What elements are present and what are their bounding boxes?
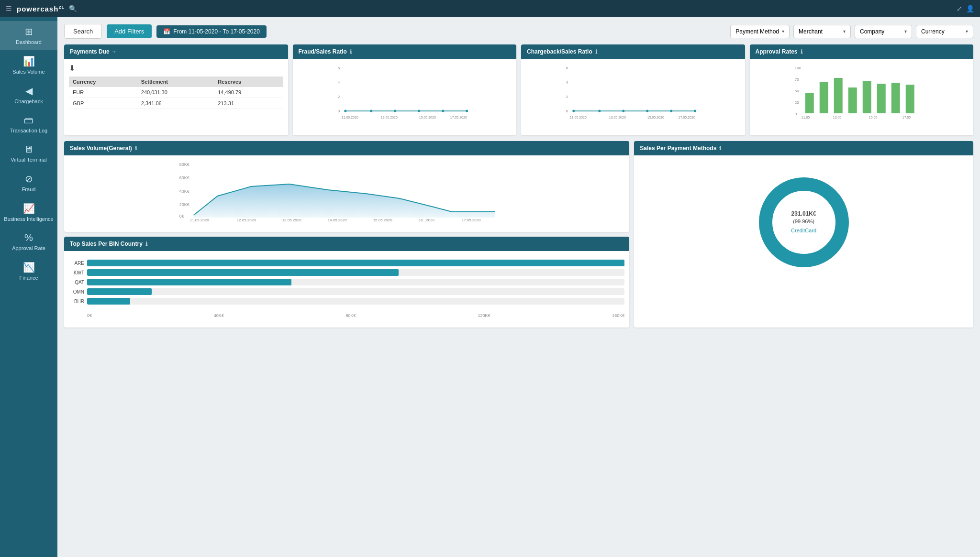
svg-text:12.05.2020: 12.05.2020: [237, 218, 256, 222]
chargeback-sales-title: Chargeback/Sales Ratio: [527, 48, 592, 55]
date-range[interactable]: 📅 From 11-05-2020 - To 17-05-2020: [156, 25, 267, 38]
fraud-sales-card: Fraud/Sales Ratio ℹ 6 4 2 0: [293, 44, 517, 135]
svg-text:0: 0: [566, 109, 568, 113]
svg-text:6: 6: [566, 66, 568, 70]
download-icon[interactable]: ⬇: [69, 64, 75, 72]
fraud-sales-body: 6 4 2 0 11.05.2020 13.05.2020: [293, 59, 517, 135]
sidebar-item-virtual-terminal[interactable]: 🖥 Virtual Terminal: [0, 139, 57, 167]
search-icon[interactable]: 🔍: [69, 5, 77, 12]
approval-rates-card: Approval Rates ℹ 100 75 50 25 0: [750, 44, 974, 135]
merchant-dropdown[interactable]: Merchant ▾: [793, 25, 851, 38]
chevron-down-icon: ▾: [843, 29, 846, 34]
add-filters-button[interactable]: Add Filters: [107, 24, 152, 38]
sales-volume-body: 80K€ 60K€ 40K€ 20K€ 0€: [64, 155, 629, 232]
sidebar-item-fraud[interactable]: ⊘ Fraud: [0, 168, 57, 197]
table-row: GBP2,341.06213.31: [69, 98, 283, 109]
payments-due-header: Payments Due →: [64, 44, 288, 59]
sidebar: ⊞ Dashboard 📊 Sales Volume ◀ Chargeback …: [0, 17, 57, 557]
bar-container: [87, 279, 624, 285]
payments-due-card: Payments Due → ⬇ Currency Settlement Res…: [64, 44, 288, 135]
approval-rates-header: Approval Rates ℹ: [750, 44, 974, 59]
top-sales-card: Top Sales Per BIN Country ℹ AREKWTQATOMN…: [64, 237, 629, 328]
sidebar-item-sales-volume[interactable]: 📊 Sales Volume: [0, 51, 57, 79]
info-icon[interactable]: ℹ: [595, 49, 597, 55]
topbar-expand-icon[interactable]: ⤢: [957, 5, 962, 12]
logo: powercash21: [17, 5, 64, 13]
fraud-sales-title: Fraud/Sales Ratio: [299, 48, 347, 55]
payment-method-dropdown[interactable]: Payment Method ▾: [730, 25, 790, 38]
chevron-down-icon: ▾: [966, 29, 968, 34]
search-button[interactable]: Search: [64, 24, 102, 39]
chargeback-sales-body: 6 4 2 0 11.05.2020 13.05.2020: [521, 59, 745, 135]
svg-point-22: [622, 110, 624, 112]
info-icon[interactable]: ℹ: [801, 49, 802, 55]
svg-text:11.05.2020: 11.05.2020: [190, 218, 210, 222]
x-label-160k: 160K€: [612, 313, 624, 318]
toolbar-row: Search Add Filters 📅 From 11-05-2020 - T…: [64, 24, 973, 39]
sidebar-label-transaction-log: Transaction Log: [10, 128, 47, 133]
svg-point-5: [344, 110, 346, 112]
virtual-terminal-icon: 🖥: [24, 144, 33, 155]
bar-chart-area: AREKWTQATOMNBHR: [69, 256, 624, 311]
donut-container: 231.01K€ (99.96%) CreditCard: [751, 175, 857, 270]
chargeback-sales-chart: 6 4 2 0 11.05.2020 13.05.2020: [526, 64, 740, 121]
svg-text:15.05.2020: 15.05.2020: [373, 218, 393, 222]
transaction-log-icon: 🗃: [24, 115, 33, 126]
currency-label: Currency: [921, 28, 945, 35]
svg-text:13.05.2020: 13.05.2020: [282, 218, 302, 222]
bar-container: [87, 298, 624, 305]
svg-text:20K€: 20K€: [179, 202, 189, 207]
svg-text:17.05: 17.05: [902, 116, 911, 119]
filter-dropdowns: Payment Method ▾ Merchant ▾ Company ▾ Cu…: [730, 25, 973, 38]
sidebar-item-chargeback[interactable]: ◀ Chargeback: [0, 80, 57, 109]
sidebar-label-approval-rate: Approval Rate: [12, 245, 45, 251]
info-icon[interactable]: ℹ: [719, 145, 721, 152]
sidebar-item-finance[interactable]: 📉 Finance: [0, 257, 57, 285]
svg-text:13.05.2020: 13.05.2020: [380, 116, 397, 119]
bar-container: [87, 260, 624, 266]
svg-text:0€: 0€: [179, 214, 184, 218]
svg-point-10: [466, 110, 468, 112]
currency-dropdown[interactable]: Currency ▾: [916, 25, 973, 38]
donut-method: CreditCard: [791, 227, 816, 234]
approval-rates-body: 100 75 50 25 0 11.05: [750, 59, 974, 135]
company-dropdown[interactable]: Company ▾: [855, 25, 912, 38]
col-settlement: Settlement: [137, 76, 214, 87]
svg-text:50: 50: [794, 89, 799, 93]
svg-point-6: [370, 110, 372, 112]
chevron-down-icon: ▾: [782, 29, 784, 34]
payment-method-label: Payment Method: [735, 28, 779, 35]
fraud-sales-chart: 6 4 2 0 11.05.2020 13.05.2020: [298, 64, 512, 121]
sidebar-item-approval-rate[interactable]: % Approval Rate: [0, 228, 57, 256]
sales-volume-header: Sales Volume(General) ℹ: [64, 141, 629, 155]
svg-rect-36: [819, 82, 828, 113]
approval-rate-icon: %: [24, 232, 33, 243]
top-sales-body: AREKWTQATOMNBHR 0€ 40K€ 80K€ 120K€ 160K€: [64, 251, 629, 328]
x-label-80k: 80K€: [346, 313, 356, 318]
bar-row: QAT: [69, 279, 624, 285]
topbar-right: ⤢ 👤: [957, 5, 974, 12]
bar-label: KWT: [69, 270, 84, 275]
content: Search Add Filters 📅 From 11-05-2020 - T…: [57, 17, 980, 557]
bar-row: OMN: [69, 288, 624, 295]
approval-rates-chart: 100 75 50 25 0 11.05: [755, 64, 969, 121]
info-icon[interactable]: ℹ: [350, 49, 352, 55]
svg-text:17.05.2020: 17.05.2020: [450, 116, 467, 119]
approval-rates-title: Approval Rates: [756, 48, 798, 55]
info-icon[interactable]: ℹ: [145, 241, 147, 247]
info-icon[interactable]: ℹ: [135, 145, 137, 152]
sidebar-item-business-intelligence[interactable]: 📈 Business Intelligence: [0, 198, 57, 227]
cards-row: Payments Due → ⬇ Currency Settlement Res…: [64, 44, 973, 135]
svg-point-9: [442, 110, 444, 112]
date-range-text: From 11-05-2020 - To 17-05-2020: [173, 28, 260, 35]
topbar-user-icon[interactable]: 👤: [966, 5, 974, 12]
x-label-0: 0€: [87, 313, 92, 318]
donut-pct: (99.96%): [791, 218, 816, 225]
chargeback-sales-card: Chargeback/Sales Ratio ℹ 6 4 2 0: [521, 44, 745, 135]
svg-text:14.05.2020: 14.05.2020: [328, 218, 347, 222]
sidebar-item-dashboard[interactable]: ⊞ Dashboard: [0, 21, 57, 50]
bar-fill: [87, 288, 152, 295]
menu-icon[interactable]: ☰: [6, 5, 12, 12]
sidebar-item-transaction-log[interactable]: 🗃 Transaction Log: [0, 110, 57, 138]
svg-text:6: 6: [337, 66, 340, 70]
